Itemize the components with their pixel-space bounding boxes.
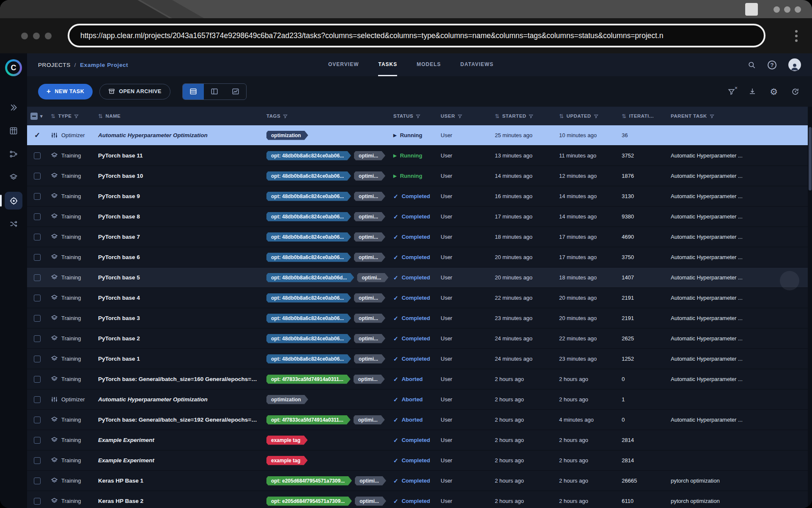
tab-overview[interactable]: OVERVIEW — [328, 53, 359, 76]
row-checkbox[interactable] — [34, 478, 41, 484]
row-checkbox[interactable] — [34, 152, 41, 159]
tag[interactable]: optimi... — [354, 375, 385, 384]
tag[interactable]: example tag — [266, 456, 307, 465]
tag[interactable]: optimi... — [354, 314, 385, 323]
sidebar-item-pipelines[interactable] — [5, 145, 22, 163]
table-row[interactable]: TrainingKeras HP Base 2opt: e205d684f795… — [27, 491, 812, 508]
tab-tasks[interactable]: TASKS — [378, 53, 397, 76]
row-checkbox[interactable] — [34, 335, 41, 342]
filter-icon[interactable] — [74, 114, 79, 119]
table-row[interactable]: TrainingPyTorch base 7opt: 48db0b8a6c824… — [27, 227, 812, 247]
task-name[interactable]: PyTorch base 3 — [95, 308, 263, 329]
row-checkbox[interactable] — [34, 356, 41, 362]
table-row[interactable]: TrainingPyTorch base 8opt: 48db0b8a6c824… — [27, 207, 812, 227]
task-name[interactable]: PyTorch base 9 — [95, 186, 263, 207]
table-row[interactable]: TrainingPyTorch base 10opt: 48db0b8a6c82… — [27, 166, 812, 186]
tag[interactable]: optimi... — [354, 232, 385, 242]
table-row[interactable]: TrainingPyTorch base 11opt: 48db0b8a6c82… — [27, 146, 812, 166]
open-archive-button[interactable]: OPEN ARCHIVE — [99, 84, 170, 99]
table-view-button[interactable] — [183, 84, 204, 99]
row-checkbox[interactable] — [34, 254, 41, 261]
tag[interactable]: opt: e205d684f7954571a7309... — [266, 497, 352, 506]
tag[interactable]: opt: 48db0b8a6c824ce0ab06... — [266, 232, 351, 242]
row-checkbox[interactable] — [34, 234, 41, 240]
table-row[interactable]: TrainingPyTorch base 1opt: 48db0b8a6c824… — [27, 349, 812, 369]
sidebar-item-projects[interactable] — [5, 192, 22, 210]
table-row[interactable]: TrainingPyTorch base 3opt: 48db0b8a6c824… — [27, 308, 812, 329]
sort-icon[interactable]: ⇅ — [559, 113, 564, 119]
tag[interactable]: optimi... — [355, 476, 386, 486]
table-row[interactable]: TrainingExample Experimentexample tag✓Co… — [27, 430, 812, 450]
tag[interactable]: opt: 48db0b8a6c824ce0ab06... — [266, 151, 351, 160]
compare-view-button[interactable] — [225, 84, 246, 99]
filter-icon[interactable] — [283, 114, 288, 119]
table-row[interactable]: TrainingPyTorch base: General/batch_size… — [27, 410, 812, 430]
download-icon[interactable] — [749, 88, 756, 95]
tag[interactable]: opt: e205d684f7954571a7309... — [266, 476, 352, 486]
sort-icon[interactable]: ⇅ — [98, 113, 103, 119]
tag[interactable]: example tag — [266, 436, 307, 445]
tag[interactable]: optimization — [266, 395, 308, 404]
task-name[interactable]: PyTorch base 4 — [95, 288, 263, 308]
col-label-status[interactable]: STATUS — [393, 113, 413, 119]
row-checkbox[interactable] — [34, 376, 41, 383]
tag[interactable]: optimi... — [354, 253, 385, 262]
col-label-updated[interactable]: UPDATED — [566, 113, 591, 119]
filter-icon[interactable] — [710, 114, 714, 119]
auto-refresh-icon[interactable] — [791, 88, 799, 96]
avatar[interactable] — [788, 58, 801, 71]
task-name[interactable]: PyTorch base 5 — [95, 268, 263, 288]
row-checkbox[interactable] — [34, 295, 41, 301]
gear-icon[interactable]: ⚙ — [770, 87, 778, 96]
filter-icon[interactable] — [529, 114, 533, 119]
filter-icon[interactable] — [416, 114, 420, 119]
row-checkbox[interactable] — [34, 396, 41, 403]
col-label-tags[interactable]: TAGS — [266, 113, 280, 119]
vertical-scrollbar[interactable] — [808, 107, 812, 508]
window-controls-dots[interactable] — [774, 6, 801, 13]
row-checkbox[interactable] — [34, 498, 41, 505]
breadcrumb-current-project[interactable]: Example Project — [80, 62, 128, 68]
tag[interactable]: opt: 48db0b8a6c824ce0ab06... — [266, 314, 351, 323]
filter-icon[interactable] — [594, 114, 598, 119]
row-checkbox[interactable] — [34, 274, 41, 281]
tag[interactable]: optimization — [266, 131, 308, 140]
tag[interactable]: opt: 48db0b8a6c824ce0ab06d... — [266, 273, 354, 282]
clear-filters-icon[interactable]: ✕ — [728, 88, 735, 95]
table-row[interactable]: TrainingExample Experimentexample tag✓Co… — [27, 450, 812, 471]
task-name[interactable]: PyTorch base 11 — [95, 146, 263, 166]
task-name[interactable]: Keras HP Base 1 — [95, 471, 263, 491]
table-row[interactable]: TrainingPyTorch base: General/batch_size… — [27, 369, 812, 389]
tag[interactable]: optimi... — [354, 212, 385, 221]
row-checkbox[interactable] — [34, 437, 41, 444]
task-name[interactable]: PyTorch base: General/batch_size=160 Gen… — [95, 369, 263, 389]
breadcrumb-projects[interactable]: PROJECTS — [38, 62, 71, 68]
tag[interactable]: opt: 4f7833ca5fd74914a0311... — [266, 415, 351, 425]
task-name[interactable]: PyTorch base 6 — [95, 247, 263, 268]
task-name[interactable]: Keras HP Base 2 — [95, 491, 263, 508]
table-row[interactable]: TrainingPyTorch base 5opt: 48db0b8a6c824… — [27, 268, 812, 288]
task-name[interactable]: PyTorch base 2 — [95, 329, 263, 349]
table-row[interactable]: OptimizerAutomatic Hyperparameter Optimi… — [27, 389, 812, 410]
tag[interactable]: optimi... — [357, 273, 388, 282]
tag[interactable]: opt: 48db0b8a6c824ce0ab06... — [266, 192, 351, 201]
row-checkbox[interactable] — [34, 213, 41, 220]
help-icon[interactable]: ? — [768, 61, 776, 69]
url-text[interactable]: https://app.clear.ml/projects/2043a1657f… — [80, 31, 664, 40]
split-view-button[interactable] — [204, 84, 225, 99]
col-label-parent[interactable]: PARENT TASK — [671, 113, 707, 119]
tag[interactable]: opt: 48db0b8a6c824ce0ab06... — [266, 293, 351, 303]
col-label-started[interactable]: STARTED — [502, 113, 526, 119]
row-checkbox[interactable] — [34, 173, 41, 179]
tag[interactable]: optimi... — [354, 192, 385, 201]
col-label-iterations[interactable]: ITERATI... — [629, 113, 653, 119]
tag[interactable]: optimi... — [354, 354, 385, 364]
window-control-square[interactable] — [745, 3, 758, 16]
row-checkbox[interactable] — [34, 417, 41, 423]
sidebar-item-workers-queues[interactable] — [5, 215, 22, 233]
task-name[interactable]: PyTorch base 1 — [95, 349, 263, 369]
task-name[interactable]: PyTorch base 7 — [95, 227, 263, 247]
scrollbar-thumb[interactable] — [809, 127, 812, 190]
table-row[interactable]: ✓OptimizerAutomatic Hyperparameter Optim… — [27, 125, 812, 146]
row-checkbox[interactable] — [34, 193, 41, 200]
